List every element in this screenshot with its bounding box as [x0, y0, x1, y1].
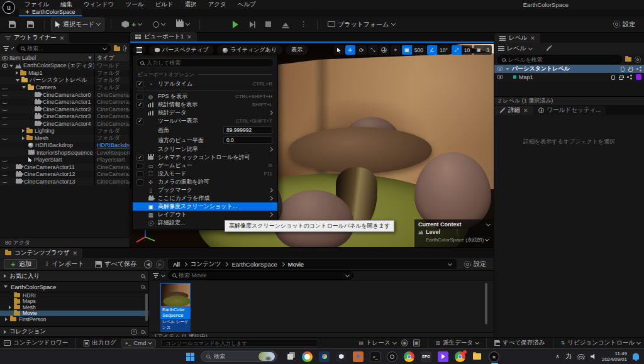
viewport-options-button[interactable] [133, 45, 146, 55]
row-type-link[interactable]: HDRIBackdrop [94, 142, 130, 150]
menu-item-cinematic-control[interactable]: シネマティックコントロールを許可 [133, 153, 277, 162]
movies-tv-icon[interactable] [438, 351, 448, 362]
search-icon[interactable] [141, 330, 145, 334]
terminal-icon[interactable]: >_ [370, 351, 380, 362]
rotation-snap-value[interactable]: 10° [437, 45, 450, 55]
tab-details[interactable]: 詳細 ✕ [494, 106, 533, 115]
outliner-row-mesh[interactable]: Meshフォルダ [0, 135, 130, 142]
trace-record-icon[interactable]: ◉ [401, 339, 408, 346]
content-drawer-button[interactable]: コンテンツドロワー [4, 339, 68, 347]
levels-search[interactable] [497, 55, 622, 64]
select-mode-dropdown[interactable]: 選択モード [51, 18, 104, 31]
task-view-icon[interactable] [285, 351, 296, 362]
collections-header[interactable]: コレクション + [0, 326, 148, 337]
chevron-down-icon[interactable] [11, 46, 14, 49]
outliner-row-hdribackdrop[interactable]: HDRIBackdropHDRIBackdrop [0, 142, 130, 150]
eye-icon[interactable] [497, 67, 503, 71]
chrome-icon[interactable] [404, 351, 414, 362]
lighting-scenario-icon[interactable] [611, 75, 615, 80]
menu-build[interactable]: ビルド [149, 1, 179, 9]
scale-tool-button[interactable]: ⤡ [368, 45, 378, 55]
favorites-header[interactable]: お気に入り [0, 271, 148, 282]
close-icon[interactable]: ✕ [187, 34, 192, 40]
console-command-input[interactable] [161, 339, 318, 347]
move-tool-button[interactable]: ✛ [345, 45, 355, 55]
menu-file[interactable]: ファイル [19, 1, 55, 9]
tree-item-maps[interactable]: Maps [0, 299, 148, 305]
eject-button[interactable] [279, 21, 292, 28]
outliner-row-interiorshopsequence[interactable]: InteriorShopSequenceLevelSequenceA [0, 149, 130, 157]
select-tool-button[interactable] [334, 45, 344, 55]
menu-item-realtime[interactable]: ◔リアルタイムCTRL+R [133, 80, 277, 88]
gear-icon[interactable] [635, 57, 641, 63]
menu-item-show-fps[interactable]: ◍FPS を表示CTRL+SHIFT+H [133, 92, 277, 101]
collapse-icon[interactable] [22, 129, 25, 133]
world-space-button[interactable] [379, 45, 389, 55]
fov-input[interactable] [223, 126, 272, 134]
add-actor-button[interactable]: + [118, 19, 145, 30]
chevron-down-icon[interactable] [448, 261, 452, 265]
settings-dropdown[interactable]: 設定 [609, 18, 639, 31]
save-button[interactable] [5, 19, 19, 30]
tab-world-settings[interactable]: ワールドセッティ... [533, 106, 606, 115]
rotate-tool-button[interactable]: ⟳ [357, 45, 367, 55]
eye-closed-icon[interactable] [2, 165, 8, 168]
outliner-row-cinecamera12[interactable]: CineCameraActor12CineCameraActo [0, 171, 130, 179]
new-folder-icon[interactable] [625, 57, 631, 62]
levels-search-input[interactable] [508, 57, 618, 63]
outliner-row-world[interactable]: EarthColorSpace (エディタ)ワールド [0, 62, 130, 70]
content-settings-button[interactable]: 設定 [460, 258, 490, 270]
tray-expand-icon[interactable]: ∧ [555, 353, 560, 360]
file-explorer-icon[interactable] [472, 351, 482, 362]
add-button[interactable]: ＋追加 [4, 259, 37, 269]
level-color-swatch[interactable] [636, 74, 641, 80]
menu-actor[interactable]: アクタ [203, 1, 232, 9]
assets-scrollbar[interactable] [485, 283, 487, 324]
eye-icon[interactable] [497, 75, 503, 79]
scale-snap-control[interactable]: ⤢10 [452, 45, 472, 55]
tab-outliner[interactable]: アウトライナー ✕ [0, 33, 69, 43]
new-folder-icon[interactable] [114, 47, 120, 51]
menu-select[interactable]: 選択 [179, 1, 203, 9]
3d-viewport[interactable]: パースペクティブ ライティングあり 表示 ✛ ⟳ ⤡ ⌖ ▦500 ∠10° ⤢… [130, 44, 494, 247]
blueprints-button[interactable] [149, 19, 169, 30]
checkbox-checked[interactable] [136, 102, 143, 108]
outliner-search[interactable] [16, 44, 111, 53]
menu-item-show-stats[interactable]: 統計情報を表示SHIFT+L [133, 101, 277, 109]
play-button[interactable] [229, 19, 242, 30]
tree-root-header[interactable]: EarthColorSpace [0, 282, 148, 292]
menu-item-immersive-mode[interactable]: ⛶没入モードF11 [133, 170, 277, 178]
lock-icon[interactable] [619, 77, 623, 80]
checkbox-unchecked[interactable] [136, 179, 143, 185]
photos-app-icon[interactable] [319, 351, 330, 362]
eye-icon[interactable] [2, 63, 8, 68]
menu-search[interactable] [136, 58, 274, 67]
import-button[interactable]: ⇩インポート [41, 258, 87, 270]
derived-data-dropdown[interactable]: ▥派生データ [436, 339, 479, 347]
menu-item-screen-percentage[interactable]: スクリーン比率 [133, 145, 277, 153]
grid-snap-value[interactable]: 500 [412, 45, 426, 55]
play-options-button[interactable]: ⋮ [296, 18, 311, 30]
change-streaming-icon[interactable] [636, 67, 641, 72]
back-button[interactable]: ◀ [144, 260, 152, 268]
collapse-icon[interactable] [16, 71, 18, 75]
eye-closed-icon[interactable] [2, 173, 8, 176]
chevron-down-icon[interactable] [161, 272, 165, 277]
eye-closed-icon[interactable] [2, 93, 8, 96]
eye-closed-icon[interactable] [2, 122, 8, 125]
cinematics-button[interactable] [172, 19, 193, 29]
start-button[interactable] [186, 353, 194, 361]
add-collection-icon[interactable]: + [131, 329, 137, 335]
filter-icon[interactable] [3, 46, 9, 50]
menu-help[interactable]: ヘルプ [232, 1, 262, 9]
menu-edit[interactable]: 編集 [55, 1, 78, 9]
tree-item-hdri[interactable]: HDRI [0, 292, 148, 299]
trace-dropdown[interactable]: ▤トレース [358, 339, 396, 347]
edit-icon[interactable] [546, 46, 551, 51]
revision-control-dropdown[interactable]: ⇅リビジョンコントロール [561, 339, 640, 347]
breadcrumb-all[interactable]: All [173, 261, 180, 268]
menu-search-input[interactable] [147, 60, 270, 66]
asset-search-input[interactable] [179, 272, 343, 279]
context-level-dropdown[interactable]: EarthColorSpace (永続的) [426, 236, 490, 243]
outliner-row-persistent-level[interactable]: パーシスタントレベルフォルダ [0, 77, 130, 84]
